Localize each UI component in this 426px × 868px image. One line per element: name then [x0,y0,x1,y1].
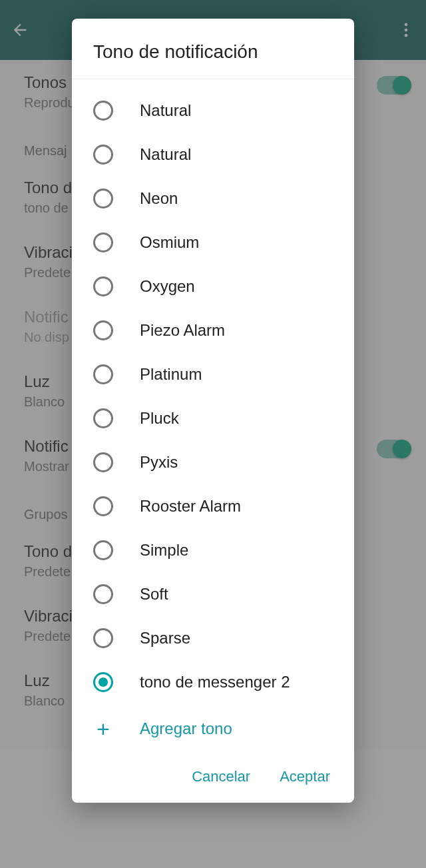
tone-label: Oxygen [140,277,195,296]
radio-icon [93,628,113,648]
tone-option[interactable]: Sparse [72,616,354,660]
tone-label: Simple [140,541,188,560]
tone-option[interactable]: Natural [72,89,354,133]
radio-icon [93,584,113,604]
radio-icon [93,540,113,560]
tone-label: Platinum [140,365,202,384]
dialog-actions: Cancelar Aceptar [72,756,354,803]
dialog-header: Tono de notificación [72,19,354,79]
plus-icon: + [93,719,113,739]
tone-option[interactable]: Piezo Alarm [72,308,354,352]
tone-option[interactable]: Neon [72,177,354,220]
tone-label: Natural [140,101,191,120]
tone-label: Sparse [140,629,190,648]
radio-icon [93,101,113,121]
tone-option[interactable]: Natural [72,133,354,177]
tone-label: Rooster Alarm [140,497,241,516]
tone-option[interactable]: Pluck [72,396,354,440]
radio-icon [93,408,113,428]
radio-icon [93,232,113,252]
tone-label: Neon [140,189,178,208]
tone-option[interactable]: Osmium [72,220,354,264]
accept-button[interactable]: Aceptar [280,768,330,785]
tone-option[interactable]: Pyxis [72,440,354,484]
dialog-title: Tono de notificación [93,41,333,63]
tone-option[interactable]: Simple [72,528,354,572]
tone-label: Soft [140,585,168,604]
notification-tone-dialog: Tono de notificación NaturalNaturalNeonO… [72,19,354,803]
tone-label: Osmium [140,233,199,252]
radio-icon [93,496,113,516]
radio-icon [93,452,113,472]
tone-option[interactable]: tono de messenger 2 [72,660,354,704]
tone-option-list[interactable]: NaturalNaturalNeonOsmiumOxygenPiezo Alar… [72,79,354,756]
radio-icon [93,320,113,340]
radio-icon [93,276,113,296]
radio-icon [93,189,113,209]
tone-label: Natural [140,145,191,164]
tone-label: Pyxis [140,453,178,472]
cancel-button[interactable]: Cancelar [192,768,250,785]
radio-icon [93,672,113,692]
radio-icon [93,145,113,165]
tone-option[interactable]: Platinum [72,352,354,396]
add-tone-label: Agregar tono [140,719,232,738]
tone-label: Piezo Alarm [140,321,225,340]
tone-option[interactable]: Soft [72,572,354,616]
add-tone-row[interactable]: +Agregar tono [72,704,354,753]
tone-label: tono de messenger 2 [140,673,290,691]
radio-icon [93,364,113,384]
tone-label: Pluck [140,409,179,428]
tone-option[interactable]: Rooster Alarm [72,484,354,528]
tone-option[interactable]: Oxygen [72,264,354,308]
